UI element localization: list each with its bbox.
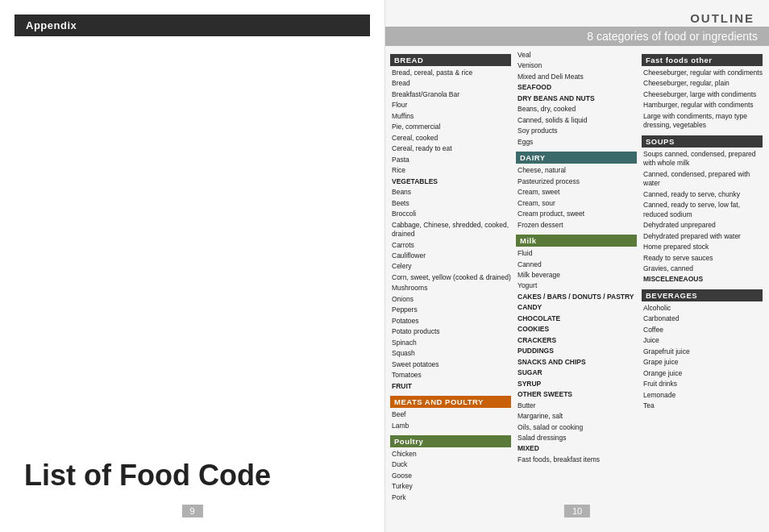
columns-wrapper: BREAD Bread, cereal, pasta & rice Bread … (385, 51, 769, 532)
item-margarine: Margarine, salt (516, 412, 637, 421)
item-spinach: Spinach (390, 339, 511, 347)
item-bread: Bread (390, 79, 511, 88)
item-eggs: Eggs (516, 138, 637, 147)
item-squash: Squash (390, 349, 511, 358)
item-goose: Goose (390, 472, 511, 480)
item-peppers: Peppers (390, 305, 511, 314)
header-fast-foods-other: Fast foods other (642, 54, 763, 66)
item-mushrooms: Mushrooms (390, 284, 511, 293)
item-carrots: Carrots (390, 241, 511, 250)
item-rice: Rice (390, 166, 511, 175)
left-content: List of Food Code (0, 36, 384, 532)
subtitle-bar: 8 categories of food or ingredients (385, 27, 769, 46)
item-cheeseburger-cond: Cheeseburger, regular with condiments (642, 69, 763, 77)
item-frozen-dessert: Frozen dessert (516, 221, 637, 230)
item-flour: Flour (390, 101, 511, 110)
item-soy: Soy products (516, 127, 637, 135)
item-cheese: Cheese, natural (516, 166, 637, 175)
item-large-cond: Large with condiments, mayo type dressin… (642, 112, 763, 131)
item-potatoes: Potatoes (390, 317, 511, 326)
item-syrup: SYRUP (516, 380, 637, 389)
header-soups: SOUPS (642, 135, 763, 148)
item-cheeseburger-large: Cheeseburger, large with condiments (642, 90, 763, 99)
item-onions: Onions (390, 295, 511, 304)
header-dairy: DAIRY (516, 152, 637, 164)
item-celery: Celery (390, 262, 511, 271)
left-page: Appendix List of Food Code 9 (0, 0, 384, 532)
item-ready-sauces: Ready to serve sauces (642, 254, 763, 263)
item-mixed: MIXED (516, 444, 637, 453)
item-cabbage: Cabbage, Chinese, shredded, cooked, drai… (390, 221, 511, 239)
item-fruit: FRUIT (390, 382, 511, 391)
item-beets: Beets (390, 199, 511, 208)
item-turkey: Turkey (390, 482, 511, 491)
item-cream-sour: Cream, sour (516, 199, 637, 208)
item-bread-cereal: Bread, cereal, pasta & rice (390, 69, 511, 77)
item-crackers: CRACKERS (516, 336, 637, 345)
item-tomatoes: Tomatoes (390, 371, 511, 380)
item-yogurt: Yogurt (516, 281, 637, 290)
item-pasta: Pasta (390, 156, 511, 164)
item-grape-juice: Grape juice (642, 358, 763, 367)
item-muffins: Muffins (390, 112, 511, 121)
item-pasteurized: Pasteurized process (516, 177, 637, 186)
item-dehydrated-prepared: Dehydrated prepared with water (642, 232, 763, 241)
item-cereal-ready: Cereal, ready to eat (390, 144, 511, 153)
column-1: BREAD Bread, cereal, pasta & rice Bread … (390, 51, 511, 532)
item-chicken: Chicken (390, 450, 511, 459)
appendix-bar: Appendix (15, 15, 370, 36)
item-venison: Venison (516, 61, 637, 70)
item-gravies: Gravies, canned (642, 264, 763, 273)
header-bread: BREAD (390, 54, 511, 66)
item-beans: Beans (390, 188, 511, 197)
item-cream-product: Cream product, sweet (516, 210, 637, 218)
item-salad-dressings: Salad dressings (516, 434, 637, 443)
item-candy: CANDY (516, 303, 637, 312)
header-milk: Milk (516, 235, 637, 247)
item-grapefruit-juice: Grapefruit juice (642, 347, 763, 356)
item-soups-water: Canned, condensed, prepared with water (642, 170, 763, 189)
item-milk-canned: Canned (516, 260, 637, 269)
item-pork: Pork (390, 493, 511, 502)
item-granola: Breakfast/Granola Bar (390, 90, 511, 99)
item-cookies: COOKIES (516, 325, 637, 334)
item-deli: Mixed and Deli Meats (516, 73, 637, 81)
item-chocolate: CHOCOLATE (516, 314, 637, 323)
item-seafood: SEAFOOD (516, 83, 637, 92)
item-fluid: Fluid (516, 249, 637, 258)
item-duck: Duck (390, 460, 511, 469)
item-soups-chunky: Canned, ready to serve, chunky (642, 190, 763, 199)
item-beans-dry: Beans, dry, cooked (516, 105, 637, 114)
column-3: Fast foods other Cheeseburger, regular w… (642, 51, 763, 532)
item-sugar: SUGAR (516, 368, 637, 377)
item-fruit-drinks: Fruit drinks (642, 380, 763, 389)
item-cauliflower: Cauliflower (390, 251, 511, 260)
item-dehydrated-unprepared: Dehydrated unprepared (642, 221, 763, 230)
item-corn: Corn, sweet, yellow (cooked & drained) (390, 273, 511, 282)
item-alcoholic: Alcoholic (642, 304, 763, 313)
item-soups-whole-milk: Soups canned, condensed, prepared with w… (642, 150, 763, 168)
item-soups-low-fat: Canned, ready to serve, low fat, reduced… (642, 201, 763, 219)
item-canned: Canned, solids & liquid (516, 116, 637, 125)
item-broccoli: Broccoli (390, 210, 511, 218)
item-lemonade: Lemonade (642, 391, 763, 400)
item-potato-products: Potato products (390, 327, 511, 336)
item-dry-beans: DRY BEANS AND NUTS (516, 94, 637, 103)
item-veal: Veal (516, 51, 637, 60)
item-cheeseburger-plain: Cheeseburger, regular, plain (642, 79, 763, 88)
item-tea: Tea (642, 401, 763, 410)
item-milk-beverage: Milk beverage (516, 271, 637, 280)
item-cakes: CAKES / BARS / DONUTS / PASTRY (516, 293, 637, 301)
outline-header: OUTLINE (385, 0, 769, 25)
item-oils: Oils, salad or cooking (516, 423, 637, 432)
item-home-stock: Home prepared stock (642, 243, 763, 251)
item-juice: Juice (642, 336, 763, 345)
header-meats: MEATS AND POULTRY (390, 396, 511, 408)
item-beef: Beef (390, 410, 511, 419)
right-page: OUTLINE 8 categories of food or ingredie… (384, 0, 769, 532)
page-number-right: 10 (564, 505, 590, 517)
item-vegetables: VEGETABLES (390, 177, 511, 186)
item-butter: Butter (516, 401, 637, 410)
page-title: List of Food Code (24, 459, 271, 492)
header-poultry: Poultry (390, 435, 511, 447)
